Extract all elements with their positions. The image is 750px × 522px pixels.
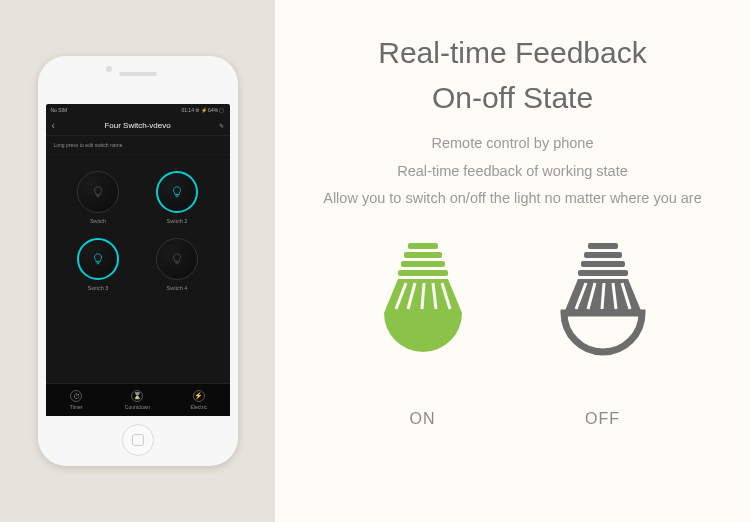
hint-text: Long press to edit switch name: [46, 136, 230, 155]
svg-line-15: [602, 283, 604, 309]
switch-1[interactable]: Switch: [64, 171, 133, 224]
switch-ring: [156, 171, 198, 213]
switch-3[interactable]: Switch 3: [64, 238, 133, 291]
svg-rect-3: [398, 270, 448, 276]
status-bar: No SIM 01:14 ⚙ ⚡ 64% ▢: [46, 104, 230, 116]
status-right: 01:14 ⚙ ⚡ 64% ▢: [181, 107, 224, 113]
svg-line-6: [422, 283, 424, 309]
back-icon[interactable]: ‹: [52, 120, 55, 131]
sub-line-1: Remote control by phone: [300, 130, 725, 158]
countdown-icon: ⌛: [131, 390, 143, 402]
timer-icon: ⏱: [70, 390, 82, 402]
svg-rect-10: [584, 252, 622, 258]
bulb-off-wrap: OFF: [548, 241, 658, 428]
switch-label: Switch 4: [167, 285, 188, 291]
tab-timer[interactable]: ⏱Timer: [46, 390, 107, 410]
tab-electric[interactable]: ⚡Electric: [168, 390, 229, 410]
sub-line-2: Real-time feedback of working state: [300, 158, 725, 186]
svg-rect-2: [401, 261, 445, 267]
headline-2: On-off State: [300, 75, 725, 120]
home-button[interactable]: [122, 424, 154, 456]
sub-line-3: Allow you to switch on/off the light no …: [300, 185, 725, 213]
tab-label: Electric: [191, 404, 207, 410]
electric-icon: ⚡: [193, 390, 205, 402]
phone-screen: No SIM 01:14 ⚙ ⚡ 64% ▢ ‹ Four Switch-vde…: [46, 104, 230, 416]
app-title: Four Switch-vdevo: [104, 121, 170, 130]
subtitle-block: Remote control by phone Real-time feedba…: [300, 130, 725, 213]
svg-rect-12: [578, 270, 628, 276]
switch-4[interactable]: Switch 4: [143, 238, 212, 291]
switch-ring: [156, 238, 198, 280]
svg-rect-11: [581, 261, 625, 267]
headline-1: Real-time Feedback: [300, 30, 725, 75]
bulbs-row: ON OFF: [300, 241, 725, 428]
svg-rect-1: [404, 252, 442, 258]
bulb-icon: [91, 185, 105, 199]
bulb-on-wrap: ON: [368, 241, 478, 428]
switch-ring: [77, 238, 119, 280]
switch-ring: [77, 171, 119, 213]
switch-label: Switch 3: [88, 285, 109, 291]
tab-label: Timer: [70, 404, 83, 410]
bulb-icon: [170, 185, 184, 199]
bulb-off-icon: [548, 241, 658, 396]
switch-label: Switch: [90, 218, 106, 224]
tab-bar: ⏱Timer ⌛Countdown ⚡Electric: [46, 383, 230, 416]
switch-2[interactable]: Switch 2: [143, 171, 212, 224]
tab-countdown[interactable]: ⌛Countdown: [107, 390, 168, 410]
svg-rect-9: [588, 243, 618, 249]
edit-icon[interactable]: ✎: [219, 122, 224, 129]
svg-rect-0: [408, 243, 438, 249]
switch-label: Switch 2: [167, 218, 188, 224]
left-panel: No SIM 01:14 ⚙ ⚡ 64% ▢ ‹ Four Switch-vde…: [0, 0, 275, 522]
phone-mockup: No SIM 01:14 ⚙ ⚡ 64% ▢ ‹ Four Switch-vde…: [38, 56, 238, 466]
right-panel: Real-time Feedback On-off State Remote c…: [275, 0, 750, 522]
bulb-icon: [170, 252, 184, 266]
tab-label: Countdown: [125, 404, 150, 410]
bulb-on-icon: [368, 241, 478, 396]
app-header: ‹ Four Switch-vdevo ✎: [46, 116, 230, 136]
on-label: ON: [410, 410, 436, 428]
status-left: No SIM: [51, 107, 68, 113]
switch-grid: Switch Switch 2 Switch 3 Switch 4: [46, 155, 230, 383]
off-label: OFF: [585, 410, 620, 428]
bulb-icon: [91, 252, 105, 266]
